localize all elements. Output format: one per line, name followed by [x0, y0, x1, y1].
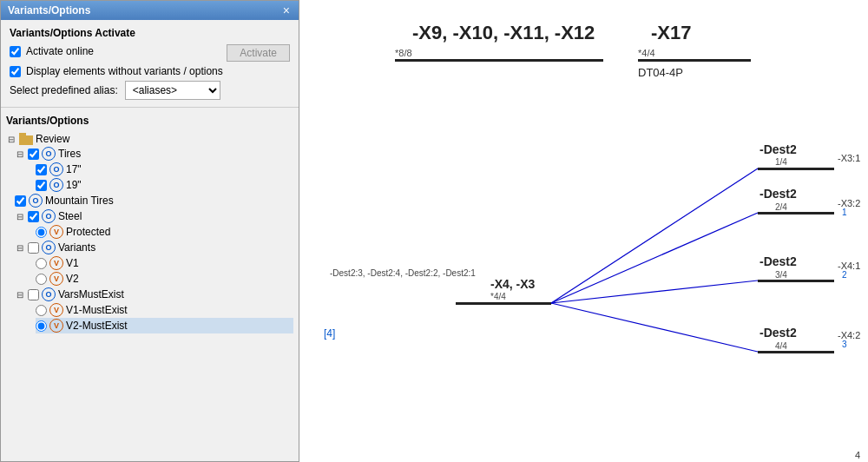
display-elements-checkbox[interactable]: [10, 66, 21, 77]
tree-item-v2[interactable]: V V2: [36, 271, 293, 287]
tree-item-vars-must-exist[interactable]: ⊟ O VarsMustExist: [15, 287, 293, 302]
activate-row: Activate online Activate: [10, 44, 290, 62]
tree-item-protected[interactable]: V Protected: [36, 224, 293, 240]
dest-source-label: -Dest2:3, -Dest2:4, -Dest2:2, -Dest2:1: [330, 268, 476, 278]
line-to-dest3: [551, 280, 758, 303]
tree-item-19[interactable]: O 19": [36, 177, 293, 193]
v2-radio[interactable]: [36, 274, 47, 285]
connector-label-2: -X17: [651, 22, 691, 43]
display-elements-label: Display elements without variants / opti…: [26, 65, 223, 77]
v1-radio[interactable]: [36, 258, 47, 269]
steel-badge-o: O: [42, 209, 56, 223]
tree-item-v1-must-exist[interactable]: V V1-MustExist: [36, 302, 293, 318]
line-to-dest4: [551, 303, 758, 352]
dest2-bar-1: [758, 168, 834, 170]
expand-steel-icon: ⊟: [15, 211, 25, 221]
protected-badge-v: V: [49, 225, 63, 239]
bracket-label: [4]: [324, 327, 335, 340]
connector-sub2: *4/4: [638, 48, 655, 58]
x-label-x3-2: -X3:2: [838, 198, 860, 208]
expand-variants-icon: ⊟: [15, 242, 25, 253]
diagram-svg: -X9, -X10, -X11, -X12 -X17 *8/8 *4/4 DT0…: [299, 0, 868, 462]
variants-badge-o: O: [42, 241, 56, 254]
v1-must-exist-radio[interactable]: [36, 305, 47, 316]
steel-checkbox[interactable]: [28, 211, 39, 222]
corner-number: 4: [855, 450, 860, 460]
source-label: -X4, -X3: [490, 277, 536, 291]
19-label: 19": [66, 179, 82, 191]
tires-label: Tires: [58, 148, 81, 160]
activate-online-checkbox[interactable]: [10, 46, 21, 57]
tree-item-v2-must-exist[interactable]: V V2-MustExist: [36, 318, 293, 333]
tree-item-17[interactable]: O 17": [36, 162, 293, 177]
tires-checkbox[interactable]: [28, 148, 39, 160]
x-label-x3-1: -X3:1: [838, 153, 860, 163]
vars-must-exist-checkbox[interactable]: [28, 289, 39, 300]
v1-badge-v: V: [49, 256, 63, 270]
svg-rect-1: [19, 133, 26, 136]
alias-select[interactable]: <aliases>: [125, 81, 220, 100]
19-checkbox[interactable]: [36, 180, 47, 191]
mountain-tires-label: Mountain Tires: [45, 195, 114, 207]
dest2-label-1: -Dest2: [760, 142, 797, 156]
protected-radio[interactable]: [36, 227, 47, 238]
panel-titlebar: Variants/Options ×: [1, 1, 299, 20]
protected-label: Protected: [66, 226, 110, 238]
dest2-bar-3: [758, 280, 834, 282]
bar-top-1: [395, 59, 603, 62]
connector-label-1: -X9, -X10, -X11, -X12: [412, 22, 595, 43]
line-to-dest1: [551, 168, 758, 303]
x-sub-x4-2: 3: [842, 340, 847, 349]
19-badge-o: O: [49, 178, 63, 192]
activate-online-row: Activate online: [10, 45, 94, 57]
x-label-x4-1: -X4:1: [838, 261, 860, 271]
dest2-sub-4: 4/4: [775, 341, 787, 351]
v2-must-exist-badge-v: V: [49, 319, 63, 333]
tree-item-variants[interactable]: ⊟ O Variants: [15, 240, 293, 255]
tires-badge-o: O: [42, 147, 56, 161]
tree-root[interactable]: ⊟ Review: [6, 132, 293, 146]
tree-section-title: Variants/Options: [6, 115, 293, 127]
svg-rect-0: [19, 135, 33, 145]
tree-item-steel[interactable]: ⊟ O Steel: [15, 208, 293, 224]
tree-item-mountain-tires[interactable]: O Mountain Tires: [15, 193, 293, 208]
panel-title: Variants/Options: [8, 4, 90, 16]
x-sub-x4-1: 2: [842, 270, 847, 280]
connector-name: DT04-4P: [638, 66, 683, 79]
steel-label: Steel: [58, 210, 82, 222]
dest2-label-3: -Dest2: [760, 254, 797, 268]
v2-badge-v: V: [49, 272, 63, 286]
v2-must-exist-radio[interactable]: [36, 320, 47, 332]
tree-root-label: Review: [36, 133, 69, 145]
v2-must-exist-label: V2-MustExist: [66, 320, 128, 332]
variants-checkbox[interactable]: [28, 242, 39, 254]
display-elements-row: Display elements without variants / opti…: [10, 65, 290, 77]
close-button[interactable]: ×: [281, 4, 292, 16]
expand-root-icon: ⊟: [6, 134, 16, 144]
variants-label: Variants: [58, 241, 95, 254]
tree-item-tires[interactable]: ⊟ O Tires: [15, 146, 293, 162]
diagram-panel: -X9, -X10, -X11, -X12 -X17 *8/8 *4/4 DT0…: [299, 0, 868, 462]
activate-online-label: Activate online: [26, 45, 94, 57]
v1-must-exist-label: V1-MustExist: [66, 304, 128, 316]
tree-section: Variants/Options ⊟ Review ⊟ O Tires O 17…: [1, 108, 299, 461]
source-bar: [456, 302, 551, 305]
vars-badge-o: O: [42, 287, 56, 301]
expand-tires-icon: ⊟: [15, 148, 25, 159]
activate-section-title: Variants/Options Activate: [10, 27, 290, 39]
dest2-bar-2: [758, 212, 834, 214]
v1-label: V1: [66, 257, 79, 269]
x-label-x4-2: -X4:2: [838, 330, 860, 340]
mountain-tires-checkbox[interactable]: [15, 195, 26, 207]
17-checkbox[interactable]: [36, 164, 47, 175]
vars-must-exist-label: VarsMustExist: [58, 288, 124, 300]
dest2-label-4: -Dest2: [760, 326, 797, 340]
alias-row: Select predefined alias: <aliases>: [10, 81, 290, 100]
x-sub-x3-2: 1: [842, 208, 847, 217]
activate-button[interactable]: Activate: [227, 44, 290, 62]
source-sub: *4/4: [490, 292, 506, 301]
bar-top-2: [638, 59, 751, 62]
dest2-sub-3: 3/4: [775, 270, 787, 280]
tree-item-v1[interactable]: V V1: [36, 255, 293, 271]
mountain-tires-badge-o: O: [29, 194, 43, 208]
